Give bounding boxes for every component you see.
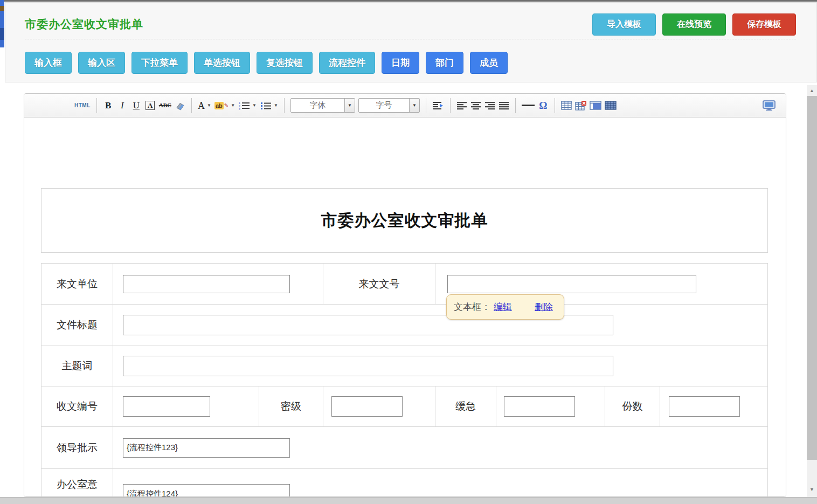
- toolbar-separator: [555, 98, 555, 113]
- unordered-list-button[interactable]: ▼: [258, 98, 280, 113]
- font-color-button[interactable]: A ▼: [196, 98, 213, 113]
- chevron-down-icon: ▼: [409, 99, 419, 112]
- align-center-icon: [470, 101, 481, 110]
- table-properties-icon: [605, 101, 617, 110]
- indent-icon: [432, 101, 444, 110]
- widget-button-member[interactable]: 成员: [470, 52, 508, 74]
- tooltip-edit-link[interactable]: 编辑: [494, 301, 512, 313]
- bold-button[interactable]: B: [101, 98, 115, 113]
- cell-copies: [660, 386, 767, 426]
- subject-input[interactable]: [123, 356, 613, 376]
- italic-button[interactable]: I: [115, 98, 129, 113]
- widget-palette: 输入框 输入区 下拉菜单 单选按钮 复选按钮 流程控件 日期 部门 成员: [25, 52, 508, 74]
- chevron-down-icon: ▼: [344, 99, 355, 112]
- cell-secrecy: [323, 386, 435, 426]
- widget-button-dropdown[interactable]: 下拉菜单: [131, 52, 188, 74]
- cell-properties-icon: [590, 101, 601, 110]
- toolbar-separator: [426, 98, 426, 113]
- incoming-no-input[interactable]: [447, 275, 696, 293]
- table-row: 来文单位 来文文号: [41, 264, 767, 304]
- widget-button-input-area[interactable]: 输入区: [78, 52, 125, 74]
- import-template-button[interactable]: 导入模板: [592, 13, 656, 36]
- widget-button-flow-control[interactable]: 流程控件: [319, 52, 375, 74]
- align-left-icon: [456, 101, 467, 110]
- cell-properties-button[interactable]: [588, 98, 603, 113]
- underline-button[interactable]: U: [129, 98, 143, 113]
- cell-receipt-no: [113, 386, 259, 426]
- label-urgency: 缓急: [435, 386, 496, 426]
- horizontal-rule-button[interactable]: [520, 98, 536, 113]
- form-title: 市委办公室收文审批单: [321, 210, 488, 232]
- cell-subject: [113, 346, 767, 386]
- font-size-select[interactable]: 字号 ▼: [358, 98, 420, 113]
- online-preview-button[interactable]: 在线预览: [662, 13, 726, 36]
- table-row: 领导批示: [41, 426, 767, 468]
- highlight-color-button[interactable]: ab ✎ ▼: [213, 98, 237, 113]
- scrollbar-thumb[interactable]: [807, 96, 817, 460]
- inline-style-button[interactable]: A: [143, 98, 157, 113]
- delete-table-button[interactable]: [573, 98, 588, 113]
- table-row: 主题词: [41, 346, 767, 386]
- widget-button-date[interactable]: 日期: [382, 52, 419, 74]
- label-doc-title: 文件标题: [41, 305, 113, 346]
- special-char-button[interactable]: Ω: [536, 98, 550, 113]
- eraser-button[interactable]: [173, 98, 187, 113]
- fullscreen-monitor-icon: [763, 100, 776, 111]
- label-secrecy: 密级: [259, 386, 323, 426]
- widget-button-checkbox[interactable]: 复选按钮: [257, 52, 313, 74]
- font-family-select[interactable]: 字体 ▼: [290, 98, 355, 113]
- leader-remark-input[interactable]: [123, 438, 290, 458]
- page-scrollbar[interactable]: ▲ ▼: [807, 85, 817, 497]
- form-table: 来文单位 来文文号 文件标题 主题词: [41, 263, 768, 497]
- incoming-unit-input[interactable]: [123, 275, 290, 293]
- chevron-down-icon: ▼: [274, 103, 278, 108]
- secrecy-input[interactable]: [331, 396, 403, 417]
- scrollbar-up-arrow-icon[interactable]: ▲: [807, 86, 817, 95]
- scrollbar-down-arrow-icon[interactable]: ▼: [807, 485, 817, 494]
- indent-button[interactable]: [431, 98, 446, 113]
- tooltip-delete-link[interactable]: 删除: [535, 301, 553, 313]
- form-title-box: 市委办公室收文审批单: [41, 188, 768, 253]
- toolbar-separator: [515, 98, 516, 113]
- background-window-fragment: [0, 6, 4, 11]
- cell-doc-title: [113, 305, 767, 346]
- label-leader-remark: 领导批示: [41, 427, 113, 468]
- widget-button-input-box[interactable]: 输入框: [25, 52, 72, 74]
- strikethrough-button[interactable]: ABC: [157, 98, 173, 113]
- cell-urgency: [496, 386, 605, 426]
- urgency-input[interactable]: [504, 396, 575, 417]
- ordered-list-button[interactable]: 1 2 3 ▼: [237, 98, 258, 113]
- label-incoming-unit: 来文单位: [41, 264, 113, 304]
- header-actions: 导入模板 在线预览 保存模板: [592, 13, 796, 36]
- toolbar-separator: [450, 98, 451, 113]
- table-properties-button[interactable]: [603, 98, 618, 113]
- svg-text:3: 3: [239, 107, 240, 110]
- align-justify-button[interactable]: [497, 98, 511, 113]
- save-template-button[interactable]: 保存模板: [732, 13, 796, 36]
- highlight-icon: ab: [214, 102, 224, 109]
- align-left-button[interactable]: [455, 98, 469, 113]
- receipt-no-input[interactable]: [123, 396, 210, 417]
- align-right-button[interactable]: [483, 98, 497, 113]
- widget-button-department[interactable]: 部门: [426, 52, 463, 74]
- align-center-button[interactable]: [469, 98, 483, 113]
- copies-input[interactable]: [669, 396, 740, 417]
- toolbar-separator: [284, 98, 285, 113]
- label-office-opinion: 办公室意: [41, 469, 113, 497]
- fullscreen-button[interactable]: [761, 98, 777, 113]
- align-justify-icon: [498, 101, 509, 110]
- html-source-button[interactable]: HTML: [73, 98, 92, 113]
- widget-button-radio[interactable]: 单选按钮: [194, 52, 250, 74]
- toolbar-separator: [191, 98, 192, 113]
- office-opinion-input[interactable]: [123, 484, 290, 497]
- editor-content[interactable]: 市委办公室收文审批单 来文单位 来文文号 文件标题: [24, 118, 786, 497]
- page-title: 市委办公室收文审批单: [25, 17, 143, 32]
- insert-table-button[interactable]: [559, 98, 573, 113]
- background-window-strip: [0, 0, 4, 47]
- window-bottom-edge: [0, 497, 817, 504]
- control-tooltip: 文本框： 编辑 删除: [446, 294, 564, 320]
- template-editor-window: 市委办公室收文审批单 导入模板 在线预览 保存模板 输入框 输入区 下拉菜单 单…: [0, 0, 817, 504]
- table-row: 文件标题: [41, 304, 767, 346]
- horizontal-rule-icon: [522, 105, 535, 106]
- eraser-icon: [175, 100, 185, 111]
